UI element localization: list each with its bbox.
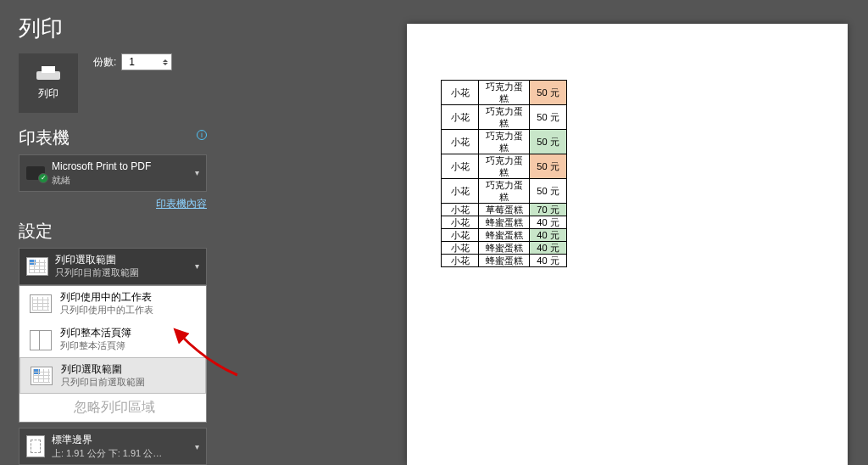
option-icon (30, 330, 52, 349)
print-what-disabled-option: 忽略列印區域 (19, 394, 206, 422)
print-what-sub: 只列印目前選取範圍 (55, 266, 139, 278)
preview-table: 小花巧克力蛋糕50 元小花巧克力蛋糕50 元小花巧克力蛋糕50 元小花巧克力蛋糕… (441, 80, 567, 267)
chevron-down-icon: ▾ (195, 261, 199, 271)
info-icon[interactable]: i (197, 130, 207, 140)
print-what-option[interactable]: 列印選取範圍只列印目前選取範圍 (19, 357, 206, 395)
table-row: 小花蜂蜜蛋糕40 元 (442, 216, 567, 229)
printer-selector[interactable]: Microsoft Print to PDF 就緒 ▾ (19, 154, 207, 192)
printer-icon (36, 66, 60, 83)
option-sub: 只列印目前選取範圍 (61, 376, 145, 388)
table-row: 小花巧克力蛋糕50 元 (442, 154, 567, 179)
printer-name: Microsoft Print to PDF (52, 160, 151, 174)
margins-selector[interactable]: 標準邊界 上: 1.91 公分 下: 1.91 公… ▾ (19, 428, 207, 465)
option-icon (30, 294, 52, 313)
table-row: 小花巧克力蛋糕50 元 (442, 130, 567, 154)
print-selection-icon (26, 257, 48, 276)
table-row: 小花草莓蛋糕70 元 (442, 204, 567, 216)
option-sub: 列印整本活頁簿 (60, 339, 131, 351)
printer-properties-link[interactable]: 印表機內容 (156, 198, 207, 210)
settings-section-title: 設定 (19, 220, 207, 243)
print-what-title: 列印選取範圍 (55, 254, 139, 267)
margins-icon (26, 435, 45, 457)
option-title: 列印使用中的工作表 (60, 291, 153, 305)
chevron-down-icon: ▾ (195, 442, 199, 451)
option-title: 列印整本活頁簿 (60, 327, 131, 340)
table-row: 小花蜂蜜蛋糕40 元 (442, 242, 567, 255)
printer-status: 就緒 (52, 174, 151, 186)
print-what-option[interactable]: 列印使用中的工作表只列印使用中的工作表 (19, 286, 206, 322)
table-row: 小花蜂蜜蛋糕40 元 (442, 229, 567, 242)
option-title: 列印選取範圍 (61, 363, 145, 377)
table-row: 小花巧克力蛋糕50 元 (442, 179, 567, 204)
table-row: 小花蜂蜜蛋糕40 元 (442, 255, 567, 267)
print-what-selector[interactable]: 列印選取範圍 只列印目前選取範圍 ▾ (19, 248, 207, 285)
option-icon (31, 367, 53, 385)
copies-label: 份數: (93, 55, 116, 70)
margins-title: 標準邊界 (52, 434, 162, 447)
print-button[interactable]: 列印 (19, 53, 78, 113)
copies-input[interactable]: 1 (121, 53, 172, 70)
spinner-icon[interactable] (163, 59, 168, 65)
printer-status-icon (26, 166, 45, 180)
print-what-dropdown: 列印使用中的工作表只列印使用中的工作表列印整本活頁簿列印整本活頁簿列印選取範圍只… (19, 285, 207, 423)
print-preview: 小花巧克力蛋糕50 元小花巧克力蛋糕50 元小花巧克力蛋糕50 元小花巧克力蛋糕… (407, 24, 848, 465)
printer-section-title: 印表機 i (19, 126, 207, 149)
option-sub: 只列印使用中的工作表 (60, 304, 153, 316)
margins-sub: 上: 1.91 公分 下: 1.91 公… (52, 447, 162, 459)
table-row: 小花巧克力蛋糕50 元 (442, 105, 567, 130)
page-title: 列印 (19, 14, 207, 43)
chevron-down-icon: ▾ (195, 168, 199, 177)
table-row: 小花巧克力蛋糕50 元 (442, 81, 567, 105)
print-button-label: 列印 (38, 87, 58, 101)
print-what-option[interactable]: 列印整本活頁簿列印整本活頁簿 (19, 322, 206, 357)
copies-value: 1 (129, 56, 135, 68)
